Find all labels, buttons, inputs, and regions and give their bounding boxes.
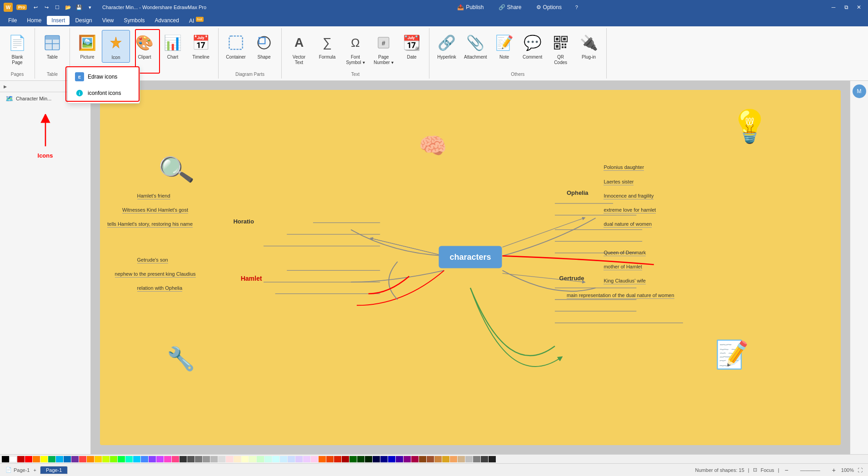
cs-31[interactable]: [311, 456, 318, 462]
menu-file[interactable]: File: [4, 16, 21, 25]
more-button[interactable]: ▾: [85, 2, 95, 12]
menu-ai[interactable]: AI hot: [185, 16, 208, 25]
color-swatch-red2[interactable]: [25, 456, 32, 462]
container-button[interactable]: Container: [222, 30, 249, 62]
redo-button[interactable]: ↪: [41, 2, 51, 12]
cs-5[interactable]: [110, 456, 117, 462]
cs-13[interactable]: [172, 456, 179, 462]
publish-button[interactable]: 📤 Publish: [453, 3, 488, 12]
cs-11[interactable]: [156, 456, 164, 462]
color-swatch-green1[interactable]: [48, 456, 55, 462]
comment-button[interactable]: 💬 Comment: [519, 30, 546, 62]
cs-21[interactable]: [234, 456, 241, 462]
cs-43[interactable]: [404, 456, 411, 462]
open-button[interactable]: 📂: [63, 2, 73, 12]
fullscreen-button[interactable]: ⛶: [858, 467, 863, 473]
color-swatch-black[interactable]: [2, 456, 9, 462]
color-swatch-purple1[interactable]: [71, 456, 79, 462]
shape-button[interactable]: Shape: [250, 30, 278, 62]
hyperlink-button[interactable]: 🔗 Hyperlink: [433, 30, 460, 62]
color-swatch-teal1[interactable]: [56, 456, 63, 462]
cs-20[interactable]: [226, 456, 233, 462]
cs-24[interactable]: [257, 456, 264, 462]
page-tab-1[interactable]: Page-1: [40, 466, 68, 474]
save-button[interactable]: 💾: [74, 2, 84, 12]
cs-47[interactable]: [434, 456, 442, 462]
color-swatch-blue1[interactable]: [64, 456, 71, 462]
menu-home[interactable]: Home: [22, 16, 46, 25]
cs-27[interactable]: [280, 456, 287, 462]
blank-page-button[interactable]: 📄 BlankPage: [4, 30, 31, 67]
menu-view[interactable]: View: [98, 16, 119, 25]
cs-41[interactable]: [388, 456, 395, 462]
cs-30[interactable]: [303, 456, 310, 462]
undo-button[interactable]: ↩: [30, 2, 40, 12]
color-swatch-white[interactable]: [10, 456, 17, 462]
help-button[interactable]: ?: [572, 2, 582, 12]
cs-45[interactable]: [419, 456, 426, 462]
zoom-in-button[interactable]: +: [830, 466, 838, 474]
cs-46[interactable]: [427, 456, 434, 462]
cs-18[interactable]: [210, 456, 218, 462]
vector-text-button[interactable]: A VectorText: [285, 30, 313, 67]
add-page-button[interactable]: +: [33, 467, 36, 473]
color-swatch-red1[interactable]: [17, 456, 25, 462]
canvas[interactable]: characters Horatio Hamlet's friend Witne…: [100, 90, 841, 445]
cs-25[interactable]: [264, 456, 272, 462]
panel-nav-arrow[interactable]: ▸: [4, 83, 7, 90]
date-button[interactable]: 📆 Date: [398, 30, 425, 62]
chart-button[interactable]: 📊 Chart: [159, 30, 186, 62]
edraw-icons-item[interactable]: E Edraw icons: [68, 69, 140, 85]
menu-design[interactable]: Design: [70, 16, 96, 25]
picture-button[interactable]: 🖼️ Picture: [74, 30, 101, 62]
share-button[interactable]: 🔗 Share: [494, 3, 526, 12]
cs-37[interactable]: [357, 456, 364, 462]
cs-15[interactable]: [187, 456, 195, 462]
qr-codes-button[interactable]: QRCodes: [547, 30, 574, 67]
canvas-area[interactable]: characters Horatio Hamlet's friend Witne…: [91, 81, 850, 454]
cs-34[interactable]: [334, 456, 341, 462]
cs-52[interactable]: [473, 456, 480, 462]
cs-36[interactable]: [349, 456, 357, 462]
font-symbol-button[interactable]: Ω FontSymbol ▾: [342, 30, 369, 67]
cs-7[interactable]: [125, 456, 133, 462]
options-button[interactable]: ⚙ Options: [532, 3, 566, 12]
cs-4[interactable]: [102, 456, 110, 462]
close-button[interactable]: ✕: [853, 2, 864, 13]
cs-53[interactable]: [481, 456, 488, 462]
color-swatch-yellow1[interactable]: [40, 456, 48, 462]
cs-8[interactable]: [133, 456, 140, 462]
restore-button[interactable]: ⧉: [841, 2, 852, 13]
cs-29[interactable]: [295, 456, 303, 462]
cs-2[interactable]: [87, 456, 94, 462]
cs-42[interactable]: [396, 456, 403, 462]
cs-35[interactable]: [342, 456, 349, 462]
user-avatar[interactable]: M: [853, 84, 866, 98]
cs-14[interactable]: [180, 456, 187, 462]
cs-28[interactable]: [288, 456, 295, 462]
cs-49[interactable]: [450, 456, 457, 462]
page-number-button[interactable]: # PageNumber ▾: [370, 30, 397, 67]
cs-6[interactable]: [118, 456, 125, 462]
cs-23[interactable]: [249, 456, 256, 462]
icon-button[interactable]: Icon: [102, 30, 130, 63]
cs-10[interactable]: [149, 456, 156, 462]
cs-51[interactable]: [465, 456, 473, 462]
cs-26[interactable]: [272, 456, 279, 462]
menu-advanced[interactable]: Advanced: [150, 16, 184, 25]
cs-39[interactable]: [373, 456, 380, 462]
cs-19[interactable]: [218, 456, 225, 462]
color-swatch-orange1[interactable]: [33, 456, 40, 462]
cs-38[interactable]: [365, 456, 372, 462]
table-button[interactable]: Table: [39, 30, 66, 62]
clipart-button[interactable]: 🎨 Clipart: [131, 30, 158, 62]
cs-33[interactable]: [326, 456, 334, 462]
note-button[interactable]: 📝 Note: [491, 30, 518, 62]
cs-17[interactable]: [203, 456, 210, 462]
plugin-button[interactable]: 🔌 Plug-in: [575, 30, 603, 62]
zoom-out-button[interactable]: −: [783, 466, 790, 474]
cs-40[interactable]: [380, 456, 388, 462]
cs-54[interactable]: [489, 456, 496, 462]
new-button[interactable]: ☐: [52, 2, 62, 12]
cs-50[interactable]: [458, 456, 465, 462]
